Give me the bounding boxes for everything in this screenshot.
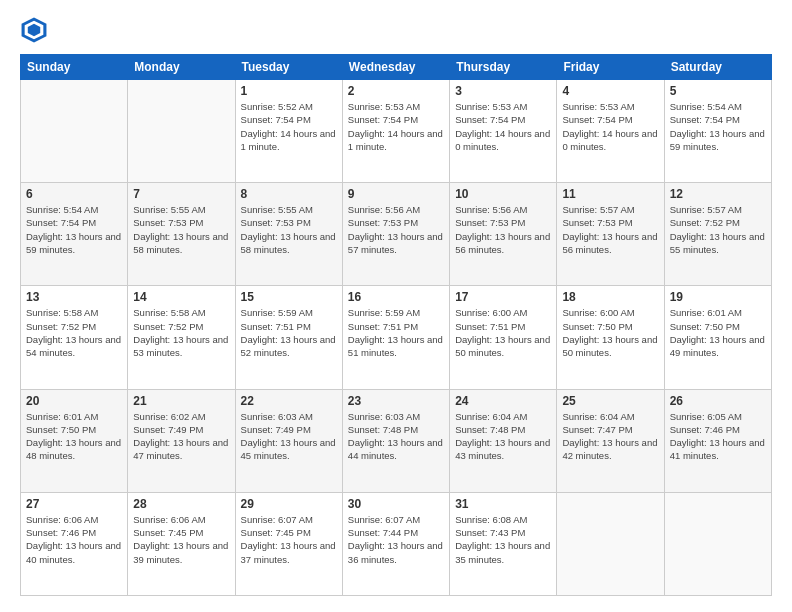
day-number: 19	[670, 290, 766, 304]
day-info: Sunrise: 5:55 AM Sunset: 7:53 PM Dayligh…	[241, 203, 337, 256]
day-of-week-header: Wednesday	[342, 55, 449, 80]
calendar-day-cell: 30Sunrise: 6:07 AM Sunset: 7:44 PM Dayli…	[342, 492, 449, 595]
day-info: Sunrise: 6:04 AM Sunset: 7:48 PM Dayligh…	[455, 410, 551, 463]
day-info: Sunrise: 5:57 AM Sunset: 7:53 PM Dayligh…	[562, 203, 658, 256]
day-number: 12	[670, 187, 766, 201]
day-number: 20	[26, 394, 122, 408]
calendar-day-cell: 27Sunrise: 6:06 AM Sunset: 7:46 PM Dayli…	[21, 492, 128, 595]
day-number: 30	[348, 497, 444, 511]
calendar-day-cell: 1Sunrise: 5:52 AM Sunset: 7:54 PM Daylig…	[235, 80, 342, 183]
day-number: 25	[562, 394, 658, 408]
day-of-week-header: Monday	[128, 55, 235, 80]
calendar-day-cell: 13Sunrise: 5:58 AM Sunset: 7:52 PM Dayli…	[21, 286, 128, 389]
day-number: 13	[26, 290, 122, 304]
calendar-day-cell: 8Sunrise: 5:55 AM Sunset: 7:53 PM Daylig…	[235, 183, 342, 286]
calendar-day-cell: 16Sunrise: 5:59 AM Sunset: 7:51 PM Dayli…	[342, 286, 449, 389]
day-info: Sunrise: 6:00 AM Sunset: 7:51 PM Dayligh…	[455, 306, 551, 359]
calendar-day-cell: 5Sunrise: 5:54 AM Sunset: 7:54 PM Daylig…	[664, 80, 771, 183]
calendar-day-cell: 12Sunrise: 5:57 AM Sunset: 7:52 PM Dayli…	[664, 183, 771, 286]
calendar-day-cell: 11Sunrise: 5:57 AM Sunset: 7:53 PM Dayli…	[557, 183, 664, 286]
day-number: 17	[455, 290, 551, 304]
calendar-week-row: 6Sunrise: 5:54 AM Sunset: 7:54 PM Daylig…	[21, 183, 772, 286]
day-number: 18	[562, 290, 658, 304]
day-info: Sunrise: 5:56 AM Sunset: 7:53 PM Dayligh…	[455, 203, 551, 256]
day-info: Sunrise: 6:05 AM Sunset: 7:46 PM Dayligh…	[670, 410, 766, 463]
day-number: 2	[348, 84, 444, 98]
logo	[20, 16, 52, 44]
day-info: Sunrise: 5:58 AM Sunset: 7:52 PM Dayligh…	[26, 306, 122, 359]
calendar-day-cell: 21Sunrise: 6:02 AM Sunset: 7:49 PM Dayli…	[128, 389, 235, 492]
day-number: 28	[133, 497, 229, 511]
day-of-week-header: Thursday	[450, 55, 557, 80]
calendar-day-cell: 2Sunrise: 5:53 AM Sunset: 7:54 PM Daylig…	[342, 80, 449, 183]
day-info: Sunrise: 5:54 AM Sunset: 7:54 PM Dayligh…	[670, 100, 766, 153]
day-info: Sunrise: 5:53 AM Sunset: 7:54 PM Dayligh…	[455, 100, 551, 153]
day-number: 14	[133, 290, 229, 304]
logo-icon	[20, 16, 48, 44]
day-info: Sunrise: 5:58 AM Sunset: 7:52 PM Dayligh…	[133, 306, 229, 359]
calendar-day-cell: 28Sunrise: 6:06 AM Sunset: 7:45 PM Dayli…	[128, 492, 235, 595]
day-number: 31	[455, 497, 551, 511]
day-info: Sunrise: 5:52 AM Sunset: 7:54 PM Dayligh…	[241, 100, 337, 153]
day-info: Sunrise: 5:57 AM Sunset: 7:52 PM Dayligh…	[670, 203, 766, 256]
day-info: Sunrise: 6:06 AM Sunset: 7:45 PM Dayligh…	[133, 513, 229, 566]
calendar-day-cell	[128, 80, 235, 183]
day-number: 9	[348, 187, 444, 201]
calendar-day-cell	[21, 80, 128, 183]
day-info: Sunrise: 5:53 AM Sunset: 7:54 PM Dayligh…	[562, 100, 658, 153]
calendar-day-cell	[664, 492, 771, 595]
day-number: 27	[26, 497, 122, 511]
day-number: 6	[26, 187, 122, 201]
day-info: Sunrise: 6:01 AM Sunset: 7:50 PM Dayligh…	[670, 306, 766, 359]
calendar-day-cell: 14Sunrise: 5:58 AM Sunset: 7:52 PM Dayli…	[128, 286, 235, 389]
calendar-day-cell: 6Sunrise: 5:54 AM Sunset: 7:54 PM Daylig…	[21, 183, 128, 286]
calendar-day-cell	[557, 492, 664, 595]
day-info: Sunrise: 6:01 AM Sunset: 7:50 PM Dayligh…	[26, 410, 122, 463]
calendar-day-cell: 25Sunrise: 6:04 AM Sunset: 7:47 PM Dayli…	[557, 389, 664, 492]
day-number: 11	[562, 187, 658, 201]
calendar-table: SundayMondayTuesdayWednesdayThursdayFrid…	[20, 54, 772, 596]
day-number: 15	[241, 290, 337, 304]
calendar-day-cell: 4Sunrise: 5:53 AM Sunset: 7:54 PM Daylig…	[557, 80, 664, 183]
day-of-week-header: Tuesday	[235, 55, 342, 80]
day-info: Sunrise: 5:55 AM Sunset: 7:53 PM Dayligh…	[133, 203, 229, 256]
day-info: Sunrise: 6:00 AM Sunset: 7:50 PM Dayligh…	[562, 306, 658, 359]
day-info: Sunrise: 6:08 AM Sunset: 7:43 PM Dayligh…	[455, 513, 551, 566]
day-of-week-header: Friday	[557, 55, 664, 80]
calendar-header-row: SundayMondayTuesdayWednesdayThursdayFrid…	[21, 55, 772, 80]
day-info: Sunrise: 6:03 AM Sunset: 7:48 PM Dayligh…	[348, 410, 444, 463]
calendar-week-row: 13Sunrise: 5:58 AM Sunset: 7:52 PM Dayli…	[21, 286, 772, 389]
calendar-day-cell: 22Sunrise: 6:03 AM Sunset: 7:49 PM Dayli…	[235, 389, 342, 492]
calendar-week-row: 1Sunrise: 5:52 AM Sunset: 7:54 PM Daylig…	[21, 80, 772, 183]
day-number: 3	[455, 84, 551, 98]
day-info: Sunrise: 6:03 AM Sunset: 7:49 PM Dayligh…	[241, 410, 337, 463]
calendar-day-cell: 15Sunrise: 5:59 AM Sunset: 7:51 PM Dayli…	[235, 286, 342, 389]
calendar-day-cell: 18Sunrise: 6:00 AM Sunset: 7:50 PM Dayli…	[557, 286, 664, 389]
day-info: Sunrise: 6:02 AM Sunset: 7:49 PM Dayligh…	[133, 410, 229, 463]
day-of-week-header: Sunday	[21, 55, 128, 80]
day-info: Sunrise: 5:56 AM Sunset: 7:53 PM Dayligh…	[348, 203, 444, 256]
header	[20, 16, 772, 44]
calendar-day-cell: 31Sunrise: 6:08 AM Sunset: 7:43 PM Dayli…	[450, 492, 557, 595]
calendar-day-cell: 23Sunrise: 6:03 AM Sunset: 7:48 PM Dayli…	[342, 389, 449, 492]
day-number: 22	[241, 394, 337, 408]
calendar-week-row: 27Sunrise: 6:06 AM Sunset: 7:46 PM Dayli…	[21, 492, 772, 595]
calendar-day-cell: 24Sunrise: 6:04 AM Sunset: 7:48 PM Dayli…	[450, 389, 557, 492]
day-number: 7	[133, 187, 229, 201]
day-number: 29	[241, 497, 337, 511]
calendar-day-cell: 20Sunrise: 6:01 AM Sunset: 7:50 PM Dayli…	[21, 389, 128, 492]
calendar-day-cell: 7Sunrise: 5:55 AM Sunset: 7:53 PM Daylig…	[128, 183, 235, 286]
calendar-day-cell: 29Sunrise: 6:07 AM Sunset: 7:45 PM Dayli…	[235, 492, 342, 595]
calendar-day-cell: 19Sunrise: 6:01 AM Sunset: 7:50 PM Dayli…	[664, 286, 771, 389]
day-number: 21	[133, 394, 229, 408]
day-info: Sunrise: 5:54 AM Sunset: 7:54 PM Dayligh…	[26, 203, 122, 256]
day-info: Sunrise: 6:07 AM Sunset: 7:45 PM Dayligh…	[241, 513, 337, 566]
day-info: Sunrise: 6:06 AM Sunset: 7:46 PM Dayligh…	[26, 513, 122, 566]
day-number: 1	[241, 84, 337, 98]
calendar-day-cell: 3Sunrise: 5:53 AM Sunset: 7:54 PM Daylig…	[450, 80, 557, 183]
day-info: Sunrise: 5:53 AM Sunset: 7:54 PM Dayligh…	[348, 100, 444, 153]
calendar-day-cell: 26Sunrise: 6:05 AM Sunset: 7:46 PM Dayli…	[664, 389, 771, 492]
day-number: 4	[562, 84, 658, 98]
day-info: Sunrise: 6:07 AM Sunset: 7:44 PM Dayligh…	[348, 513, 444, 566]
calendar-day-cell: 9Sunrise: 5:56 AM Sunset: 7:53 PM Daylig…	[342, 183, 449, 286]
